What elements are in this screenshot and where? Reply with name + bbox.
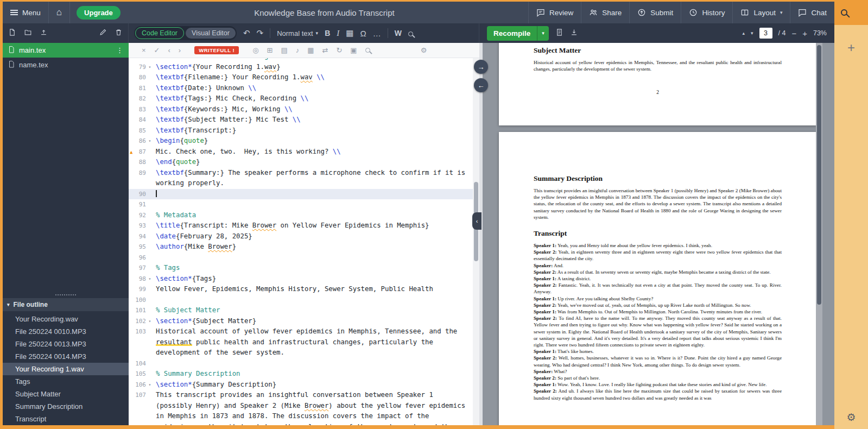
new-folder-icon[interactable] <box>24 28 32 39</box>
code-line[interactable]: 102▾\section*{Subject Matter} <box>129 316 479 327</box>
notes-icon[interactable]: ▤ <box>281 46 287 54</box>
collapse-pane-handle[interactable]: ‹ <box>472 212 481 230</box>
code-line[interactable]: 94\date{February 28, 2025} <box>129 231 479 242</box>
code-line[interactable]: 79▾\section*{Your Recording 1.wav} <box>129 62 479 73</box>
search-doc-icon[interactable] <box>365 46 370 54</box>
italic-button[interactable]: I <box>337 29 339 38</box>
code-line[interactable]: 106▾\section*{Summary Description} <box>129 380 479 390</box>
code-line[interactable]: 82\textbf{Tags:} Mic Check, Recording \\ <box>129 93 479 104</box>
review-button[interactable]: Review <box>528 2 581 23</box>
clipboard-icon[interactable]: ▣ <box>350 46 357 54</box>
code-line[interactable]: 85\textbf{Transcript:} <box>129 125 479 136</box>
fold-icon[interactable]: ▾ <box>146 136 154 147</box>
code-line[interactable]: 95\author{Mike Brower} <box>129 242 479 253</box>
code-line[interactable]: 93\title{Transcript: Mike Brower on Yell… <box>129 220 479 231</box>
code-line[interactable]: 107This transcript provides an insightfu… <box>129 390 479 425</box>
chat-button[interactable]: Chat <box>790 2 834 23</box>
trash-icon[interactable] <box>115 28 123 39</box>
paragraph-style-dropdown[interactable]: Normal text ▾ <box>277 29 318 37</box>
file-item-main-tex[interactable]: main.tex ⋮ <box>3 43 129 58</box>
outline-item[interactable]: Transcript <box>3 413 129 425</box>
outline-item[interactable]: Your Recording.wav <box>3 313 129 325</box>
audio-note-icon[interactable]: ♪ <box>296 46 300 54</box>
file-menu-icon[interactable]: ⋮ <box>116 46 123 54</box>
recompile-button[interactable]: Recompile ▾ <box>487 26 549 41</box>
next-change-icon[interactable]: › <box>179 46 181 54</box>
table-tool-icon[interactable]: ▦ <box>307 46 314 54</box>
page-up-icon[interactable]: ▴ <box>742 30 745 36</box>
rename-pencil-icon[interactable] <box>99 28 107 39</box>
layout-button[interactable]: Layout ▾ <box>732 2 790 23</box>
code-line[interactable]: 92% Metadata <box>129 210 479 221</box>
undo-icon[interactable]: ↶ <box>243 28 250 38</box>
code-line[interactable]: 90 <box>129 189 479 200</box>
fold-icon[interactable]: ▾ <box>146 316 154 327</box>
new-file-icon[interactable] <box>8 28 16 39</box>
code-line[interactable]: 96 <box>129 253 479 263</box>
prev-change-icon[interactable]: ‹ <box>168 46 170 54</box>
outline-item[interactable]: File 250224 0010.MP3 <box>3 325 129 338</box>
upgrade-button[interactable]: Upgrade <box>77 6 121 20</box>
outline-item[interactable]: Subject Matter <box>3 388 129 400</box>
submit-button[interactable]: Submit <box>629 2 681 23</box>
writefull-icon[interactable]: W <box>395 29 402 37</box>
writefull-badge[interactable]: WRITEFULL ! <box>194 46 239 54</box>
code-line[interactable]: 89\textbf{Summary:} The speaker performs… <box>129 168 479 189</box>
grid-icon[interactable]: ⊞ <box>267 46 273 54</box>
expand-pdf-button[interactable]: → <box>474 60 488 74</box>
search-icon[interactable] <box>408 29 413 38</box>
code-line[interactable]: 80\textbf{Filename:} Your Recording 1.wa… <box>129 72 479 83</box>
fold-icon[interactable]: ▾ <box>146 62 154 73</box>
fold-icon[interactable]: ▾ <box>146 380 154 390</box>
code-line[interactable]: 99Yellow Fever, Epidemics, Memphis Histo… <box>129 284 479 295</box>
pdf-scrollbar-thumb[interactable] <box>817 45 821 305</box>
code-line[interactable]: 88\end{quote} <box>129 157 479 168</box>
reject-change-icon[interactable]: × <box>142 46 146 54</box>
editor-scrollbar[interactable] <box>473 58 479 425</box>
code-line[interactable]: 103Historical account of yellow fever ep… <box>129 326 479 358</box>
code-line[interactable]: 105% Summary Description <box>129 369 479 380</box>
outline-item[interactable]: File 250224 0014.MP3 <box>3 350 129 363</box>
fold-icon[interactable]: ▾ <box>146 274 154 285</box>
gear-icon[interactable]: ⚙ <box>421 46 427 54</box>
pdf-preview-pane[interactable]: Subject Matter Historical account of yel… <box>483 43 834 425</box>
history-button[interactable]: History <box>681 2 732 23</box>
code-area[interactable]: 78% Section for Your Recording 1.wav79▾\… <box>129 58 479 425</box>
code-line[interactable]: 86▾\begin{quote} <box>129 136 479 147</box>
gear-icon[interactable]: ⚙ <box>834 411 868 424</box>
recompile-dropdown-icon[interactable]: ▾ <box>537 26 549 41</box>
compile-log-icon[interactable] <box>555 28 563 39</box>
outline-item[interactable]: Summary Description <box>3 400 129 413</box>
insert-symbol-icon[interactable]: Ω <box>360 29 366 38</box>
outline-item[interactable]: Tags <box>3 375 129 388</box>
code-line[interactable]: 83\textbf{Keywords:} Mic, Working \\ <box>129 104 479 115</box>
page-down-icon[interactable]: ▾ <box>751 30 753 36</box>
file-item-name-tex[interactable]: name.tex <box>3 58 129 72</box>
zoom-out-icon[interactable]: − <box>791 29 796 38</box>
browser-search-area[interactable] <box>834 0 868 25</box>
code-editor-tab[interactable]: Code Editor <box>135 27 184 39</box>
insert-table-icon[interactable]: ▦ <box>346 28 353 38</box>
outline-item[interactable]: Your Recording 1.wav <box>3 363 129 375</box>
home-button[interactable]: ⌂ <box>49 2 70 23</box>
accept-change-icon[interactable]: ✓ <box>154 46 160 54</box>
refresh-icon[interactable]: ↻ <box>336 46 342 54</box>
more-tools-icon[interactable]: … <box>373 29 381 38</box>
share-button[interactable]: Share <box>581 2 629 23</box>
pdf-scrollbar[interactable] <box>816 43 822 425</box>
file-outline-header[interactable]: ▾ File outline <box>3 298 129 311</box>
page-number-input[interactable]: 3 <box>759 28 772 39</box>
code-line[interactable]: 91 <box>129 199 479 210</box>
swap-icon[interactable]: ⇄ <box>322 46 328 54</box>
outline-item[interactable]: File 250224 0013.MP3 <box>3 338 129 350</box>
zoom-in-icon[interactable]: + <box>802 29 807 38</box>
code-line[interactable]: 84\textbf{Subject Matter:} Mic Test \\ <box>129 115 479 125</box>
download-pdf-icon[interactable] <box>570 28 578 39</box>
code-line[interactable]: ▲87Mic. Check one, two. Hey, is this wor… <box>129 147 479 157</box>
menu-button[interactable]: Menu <box>3 2 49 23</box>
upload-icon[interactable] <box>40 28 48 39</box>
expand-editor-button[interactable]: ← <box>474 78 488 92</box>
code-line[interactable]: 98▾\section*{Tags} <box>129 274 479 285</box>
code-line[interactable]: 81\textbf{Date:} Unknown \\ <box>129 83 479 94</box>
code-line[interactable]: 101% Subject Matter <box>129 305 479 316</box>
